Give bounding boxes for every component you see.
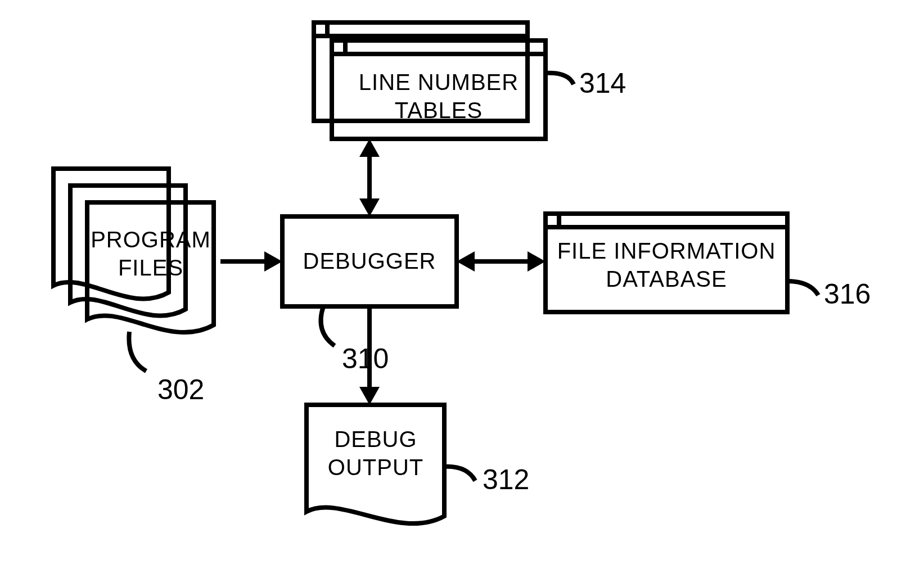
line-tables-label-1: LINE NUMBER: [359, 70, 519, 94]
svg-marker-17: [528, 251, 546, 272]
file-db-label-2: DATABASE: [606, 267, 727, 291]
line-tables-label-2: TABLES: [395, 98, 483, 123]
debug-output-label-2: OUTPUT: [328, 455, 423, 480]
debugger-ref: 310: [342, 343, 389, 374]
svg-marker-19: [359, 387, 380, 405]
program-files-block: PROGRAM FILES 302: [53, 169, 214, 405]
svg-marker-14: [359, 198, 380, 216]
program-files-label-1: PROGRAM: [91, 227, 211, 252]
line-tables-ref: 314: [579, 67, 626, 99]
arrow-debugger-linetables: [359, 139, 380, 216]
arrow-programfiles-to-debugger: [220, 251, 282, 272]
svg-marker-13: [359, 139, 380, 157]
debug-output-label-1: DEBUG: [334, 427, 417, 451]
debug-output-block: DEBUG OUTPUT 312: [307, 405, 529, 523]
svg-marker-11: [264, 251, 282, 272]
line-tables-block: LINE NUMBER TABLES 314: [314, 22, 626, 139]
program-files-label-2: FILES: [118, 255, 183, 280]
file-db-ref: 316: [824, 278, 871, 310]
svg-marker-16: [457, 251, 475, 272]
file-db-label-1: FILE INFORMATION: [557, 238, 776, 263]
debugger-block-diagram: PROGRAM FILES 302 DEBUGGER 310 LINE NUMB…: [0, 0, 924, 569]
file-db-block: FILE INFORMATION DATABASE 316: [546, 214, 871, 312]
debug-output-ref: 312: [483, 464, 529, 495]
arrow-debugger-filedb: [457, 251, 546, 272]
program-files-ref: 302: [157, 374, 204, 405]
debugger-label: DEBUGGER: [303, 249, 436, 273]
